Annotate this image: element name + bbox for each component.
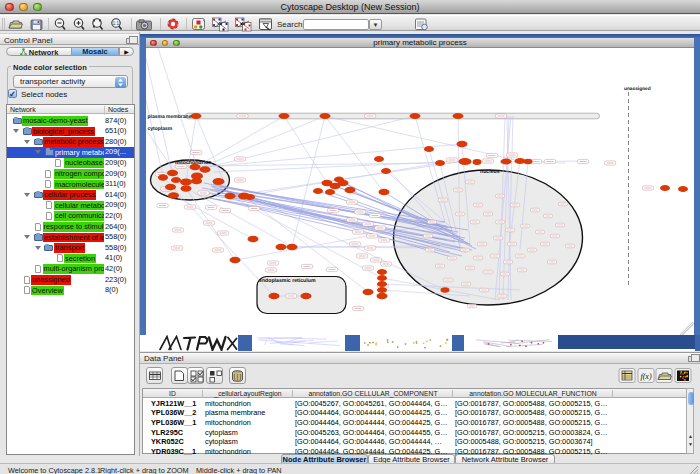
svg-text:f(x): f(x) [640, 372, 651, 381]
svg-text:cytoplasm: cytoplasm [148, 126, 173, 132]
svg-text:1:1: 1:1 [113, 21, 120, 26]
svg-text:nucleus: nucleus [480, 169, 500, 175]
svg-text:endoplasmic reticulum: endoplasmic reticulum [259, 278, 316, 284]
svg-text:mitochondrion: mitochondrion [175, 160, 211, 166]
svg-text:plasma membrane: plasma membrane [148, 114, 192, 120]
svg-text:unassigned: unassigned [624, 86, 651, 92]
